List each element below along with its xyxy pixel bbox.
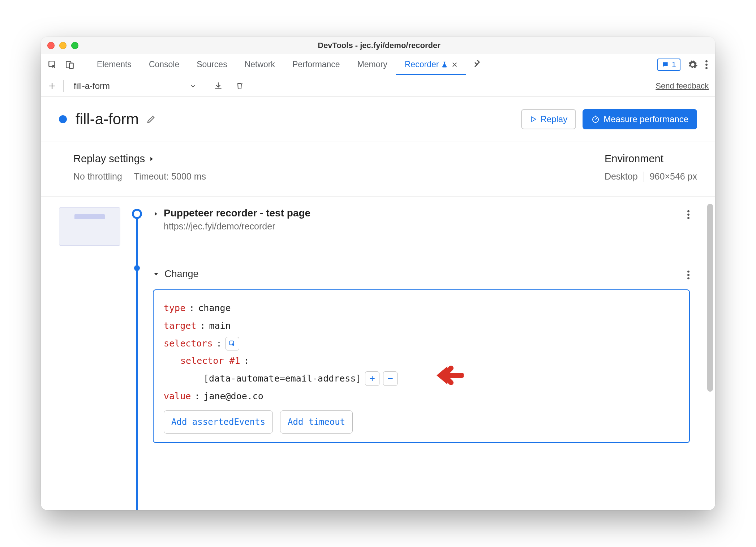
svg-point-3 xyxy=(705,60,708,62)
target-key: target xyxy=(164,317,196,335)
selector-label: selector #1 xyxy=(180,352,240,370)
window-title: DevTools - jec.fyi/demo/recorder xyxy=(50,41,709,50)
timeline-node-step xyxy=(134,265,140,271)
svg-point-12 xyxy=(687,277,690,279)
step2-menu-icon[interactable] xyxy=(687,268,690,280)
export-button[interactable] xyxy=(214,81,223,91)
step-detail-box: type: change target: main selectors: xyxy=(153,289,690,443)
device-value: Desktop xyxy=(605,171,638,182)
chevron-down-icon xyxy=(189,82,197,90)
expand-icon xyxy=(153,211,159,217)
svg-rect-2 xyxy=(69,63,73,68)
measure-button-label: Measure performance xyxy=(603,114,688,124)
recording-title: fill-a-form xyxy=(76,111,139,128)
steps-body: Puppeteer recorder - test page https://j… xyxy=(41,197,715,510)
recording-select-label: fill-a-form xyxy=(74,81,110,91)
tab-network[interactable]: Network xyxy=(236,54,284,75)
page-thumbnail xyxy=(59,207,120,246)
step1-menu-icon[interactable] xyxy=(687,207,690,220)
svg-point-4 xyxy=(705,64,708,66)
device-toggle-icon[interactable] xyxy=(62,54,78,75)
replay-button-label: Replay xyxy=(541,114,568,124)
value-value[interactable]: jane@doe.co xyxy=(203,388,263,405)
type-value[interactable]: change xyxy=(198,300,231,317)
measure-performance-button[interactable]: Measure performance xyxy=(583,109,697,129)
settings-row: Replay settings No throttling Timeout: 5… xyxy=(41,142,715,197)
scrollbar[interactable] xyxy=(707,204,713,503)
tab-memory[interactable]: Memory xyxy=(349,54,396,75)
issues-chip[interactable]: 1 xyxy=(657,59,680,71)
svg-point-9 xyxy=(687,217,690,219)
target-value[interactable]: main xyxy=(209,317,231,335)
selector-value[interactable]: [data-automate=email-address] xyxy=(203,370,361,388)
replay-button[interactable]: Replay xyxy=(521,109,576,129)
tab-recorder-label: Recorder xyxy=(405,60,439,69)
svg-point-5 xyxy=(705,67,708,69)
issues-count: 1 xyxy=(672,60,676,69)
devtools-tabs: Elements Console Sources Network Perform… xyxy=(41,54,715,75)
timeout-value: Timeout: 5000 ms xyxy=(134,171,206,182)
remove-selector-button[interactable] xyxy=(383,371,398,386)
timeline-node-start xyxy=(132,209,142,219)
throttling-value: No throttling xyxy=(73,171,122,182)
step2-title: Change xyxy=(164,268,199,280)
step1-url: https://jec.fyi/demo/recorder xyxy=(164,221,310,232)
delete-button[interactable] xyxy=(235,81,244,91)
devtools-window: DevTools - jec.fyi/demo/recorder Element… xyxy=(41,37,715,510)
viewport-value: 960×546 px xyxy=(650,171,697,182)
more-tabs-icon[interactable] xyxy=(468,54,486,75)
new-recording-button[interactable] xyxy=(47,81,57,91)
recording-status-dot xyxy=(59,115,67,123)
tab-recorder[interactable]: Recorder xyxy=(396,54,467,75)
timeline xyxy=(131,207,153,510)
step1-title: Puppeteer recorder - test page xyxy=(164,207,310,219)
recorder-toolbar: fill-a-form Send feedback xyxy=(41,75,715,97)
more-menu-icon[interactable] xyxy=(705,60,708,70)
type-key: type xyxy=(164,300,185,317)
settings-icon[interactable] xyxy=(688,60,698,70)
step-navigate[interactable]: Puppeteer recorder - test page https://j… xyxy=(153,207,690,232)
recording-select[interactable]: fill-a-form xyxy=(70,79,200,92)
environment-label: Environment xyxy=(605,153,697,165)
send-feedback-link[interactable]: Send feedback xyxy=(656,81,709,91)
edit-title-button[interactable] xyxy=(146,114,156,124)
recording-header: fill-a-form Replay Measure performance xyxy=(41,97,715,142)
svg-point-7 xyxy=(687,210,690,212)
inspect-icon[interactable] xyxy=(44,54,60,75)
step-change[interactable]: Change xyxy=(153,268,690,280)
selectors-key: selectors xyxy=(164,335,212,353)
svg-point-11 xyxy=(687,274,690,276)
close-tab-icon[interactable] xyxy=(452,62,458,68)
tab-performance[interactable]: Performance xyxy=(284,54,349,75)
add-timeout-button[interactable]: Add timeout xyxy=(280,410,353,434)
annotation-arrow-icon xyxy=(435,363,464,388)
svg-point-10 xyxy=(687,271,690,273)
replay-settings-label: Replay settings xyxy=(73,153,145,165)
replay-settings-toggle[interactable]: Replay settings xyxy=(73,153,206,165)
tab-elements[interactable]: Elements xyxy=(88,54,140,75)
tab-sources[interactable]: Sources xyxy=(188,54,236,75)
tab-console[interactable]: Console xyxy=(140,54,188,75)
selector-picker-icon[interactable] xyxy=(225,337,239,350)
titlebar: DevTools - jec.fyi/demo/recorder xyxy=(41,37,715,54)
add-asserted-events-button[interactable]: Add assertedEvents xyxy=(164,410,273,434)
scroll-thumb[interactable] xyxy=(707,204,713,392)
value-key: value xyxy=(164,388,191,405)
svg-point-8 xyxy=(687,214,690,216)
flask-icon xyxy=(441,61,448,68)
add-selector-button[interactable] xyxy=(365,371,379,386)
